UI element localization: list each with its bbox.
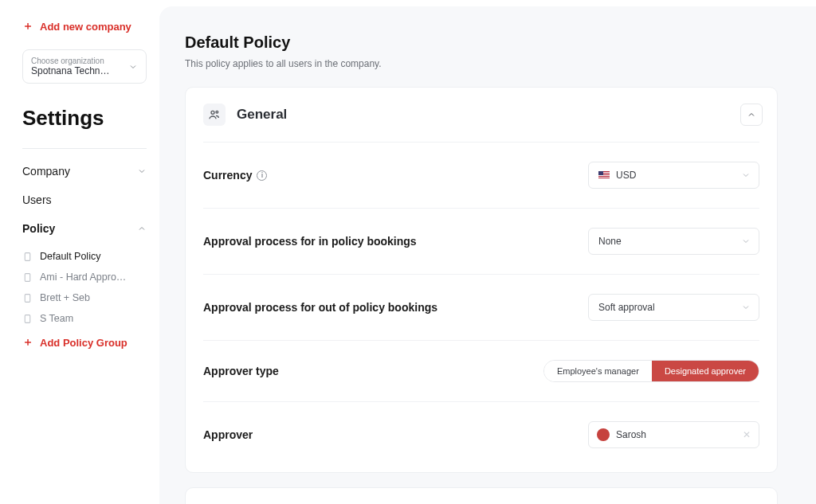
svg-point-5 [216, 111, 218, 113]
approval-in-select[interactable]: None [588, 228, 759, 255]
nav-policy[interactable]: Policy [22, 214, 147, 243]
row-approver-type: Approver type Employee's manager Designa… [203, 340, 759, 401]
chevron-down-icon [741, 303, 751, 312]
add-policy-group-label: Add Policy Group [40, 337, 128, 349]
approver-type-label: Approver type [203, 365, 279, 377]
collapse-button[interactable] [740, 104, 763, 126]
sidebar-item-default-policy[interactable]: Default Policy [22, 246, 147, 267]
section-flight-header[interactable]: Flight [186, 488, 777, 504]
sidebar-item-label: S Team [40, 313, 73, 324]
sidebar: ＋ Add new company Choose organization Sp… [0, 0, 159, 504]
nav-users-label: Users [22, 193, 52, 206]
sidebar-item-s-team[interactable]: S Team [22, 308, 147, 329]
document-icon [22, 252, 33, 262]
sidebar-item-label: Ami - Hard Appro… [40, 272, 126, 283]
plus-icon: ＋ [22, 335, 33, 350]
section-general-header[interactable]: General [186, 88, 777, 142]
sidebar-item-label: Default Policy [40, 251, 100, 262]
flag-us-icon [598, 171, 610, 179]
info-icon[interactable]: i [257, 170, 267, 181]
currency-label: Currency i [203, 169, 267, 182]
approver-label: Approver [203, 428, 253, 441]
add-company-button[interactable]: ＋ Add new company [22, 19, 147, 33]
approver-type-segmented: Employee's manager Designated approver [543, 360, 759, 382]
sidebar-item-label: Brett + Seb [40, 292, 90, 303]
row-approval-in: Approval process for in policy bookings … [203, 208, 759, 274]
svg-point-4 [211, 111, 214, 114]
svg-rect-2 [25, 294, 30, 302]
add-policy-group-button[interactable]: ＋ Add Policy Group [22, 329, 147, 356]
approval-in-value: None [598, 236, 622, 247]
approval-in-label: Approval process for in policy bookings [203, 235, 417, 248]
chevron-down-icon [741, 236, 751, 246]
document-icon [22, 314, 33, 324]
approver-value: Sarosh [616, 429, 646, 440]
approver-input[interactable]: Sarosh ✕ [588, 421, 759, 448]
approval-out-value: Soft approval [598, 302, 655, 313]
chevron-up-icon [137, 224, 147, 233]
page-subtitle: This policy applies to all users in the … [185, 58, 778, 69]
currency-value: USD [616, 170, 636, 181]
section-flight: Flight [185, 487, 778, 504]
section-title: General [237, 107, 287, 123]
clear-icon[interactable]: ✕ [743, 429, 751, 440]
document-icon [22, 272, 33, 283]
nav-company[interactable]: Company [22, 157, 147, 186]
currency-select[interactable]: USD [588, 162, 759, 189]
document-icon [22, 293, 33, 303]
currency-label-text: Currency [203, 169, 252, 182]
page-title: Default Policy [185, 33, 778, 52]
main-content: Default Policy This policy applies to al… [159, 6, 816, 504]
row-approver: Approver Sarosh ✕ [203, 401, 759, 467]
row-currency: Currency i USD [203, 142, 759, 208]
settings-heading: Settings [22, 106, 147, 131]
plus-icon: ＋ [22, 19, 33, 33]
policy-subnav: Default Policy Ami - Hard Appro… Brett +… [22, 246, 147, 356]
chevron-down-icon [741, 170, 751, 180]
organization-select[interactable]: Choose organization Spotnana Techn… [22, 49, 147, 84]
approver-type-opt-designated[interactable]: Designated approver [652, 361, 759, 381]
svg-rect-1 [25, 273, 30, 281]
organization-select-value: Spotnana Techn… [31, 65, 138, 76]
chevron-down-icon [128, 62, 138, 72]
svg-rect-3 [25, 315, 30, 322]
sidebar-item-ami[interactable]: Ami - Hard Appro… [22, 267, 147, 287]
avatar [597, 428, 610, 441]
approval-out-label: Approval process for out of policy booki… [203, 301, 437, 314]
approval-out-select[interactable]: Soft approval [588, 294, 759, 321]
nav-policy-label: Policy [22, 222, 55, 235]
nav-company-label: Company [22, 165, 70, 178]
divider [22, 148, 147, 149]
svg-rect-0 [25, 252, 30, 260]
users-icon [203, 104, 226, 126]
section-general-body: Currency i USD Approval process for in p… [186, 142, 777, 472]
sidebar-item-brett-seb[interactable]: Brett + Seb [22, 287, 147, 308]
nav-users[interactable]: Users [22, 186, 147, 214]
approver-type-opt-manager[interactable]: Employee's manager [544, 361, 652, 381]
organization-select-label: Choose organization [31, 57, 138, 65]
chevron-down-icon [137, 166, 147, 176]
row-approval-out: Approval process for out of policy booki… [203, 274, 759, 340]
add-company-label: Add new company [40, 21, 131, 33]
section-general: General Currency i USD [185, 87, 778, 473]
